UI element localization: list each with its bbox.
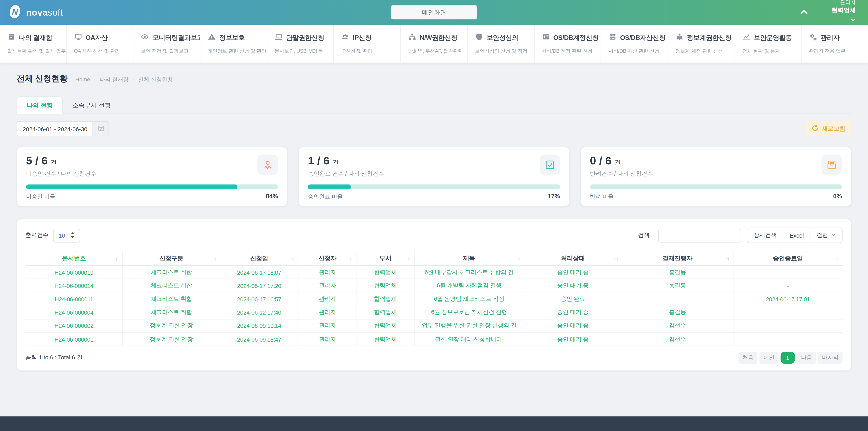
table-row[interactable]: H24-06-000001정보계 권한 연장2024-06-09 18:47관리… [26,333,842,346]
doc-number-link[interactable]: H24-06-000004 [26,306,123,319]
table-cell: 승인 대기 중 [524,266,622,279]
progress-label: 승인완료 비율 [308,193,343,201]
nav-item-desc: 결재현황 확인 및 결재 업무 [7,48,64,55]
nav-item-label: 보안성심의 [487,34,518,42]
table-cell: 정보계 권한 연장 [123,333,220,346]
nav-item-shield[interactable]: 보안성심의보안성심의 신청 및 점검 [467,25,534,63]
table-cell: 2024-06-17 18:07 [220,266,299,279]
refresh-button[interactable]: 새로고침 [805,121,851,136]
collapse-menu-button[interactable] [799,6,809,19]
progress-bar-fill [308,184,351,189]
doc-number-link[interactable]: H24-06-000002 [26,319,123,333]
button-label: 상세검색 [753,232,777,239]
table-cell: 협력업체 [356,266,414,279]
page-button-page-1[interactable]: 1 [781,352,795,364]
nav-item-server[interactable]: OS/DB자산신청서버/DB 자산 관련 신청 [601,25,668,63]
table-cell: 업무 진행을 위한 권한 연장 신청의 건 [414,319,524,333]
warning-icon [208,33,216,43]
table-footer: 출력 1 to 6 : Total 6 건 처음이전1다음마지막 [26,352,842,364]
chart-icon [742,33,750,43]
search-label: 검색 : [638,232,653,239]
tab-my-status[interactable]: 나의 현황 [17,96,63,114]
shield-icon [475,33,483,43]
user-menu[interactable]: 관리자 협력업체 [832,0,856,26]
column-header-3[interactable]: 신청자↑↓ [298,251,356,266]
nav-item-chart[interactable]: 보안운영활동전체 현황 및 통계 [734,25,801,63]
main-screen-button[interactable]: 메인화면 [391,5,477,19]
page-button-prev[interactable]: 이전 [760,352,778,364]
nav-item-label: 모니터링결과보고 [153,34,200,42]
column-header-2[interactable]: 신청일↑↓ [220,251,299,266]
laptop-icon [274,33,283,43]
page-button-last[interactable]: 마지막 [818,352,842,364]
breadcrumb-separator: · [132,77,134,82]
columns-button[interactable]: 컬럼 [810,228,842,243]
excel-button[interactable]: Excel [783,228,810,243]
table-cell: - [733,333,842,346]
advanced-search-button[interactable]: 상세검색 [747,228,783,243]
nav-item-users[interactable]: IP신청IP신청 및 관리 [334,25,400,63]
table-row[interactable]: H24-06-000014체크리스트 취합2024-06-17 17:20관리자… [26,279,842,292]
table-cell: 2024-06-17 16:57 [220,292,299,306]
stat-card-unit: 건 [332,159,339,165]
nav-item-network[interactable]: N/W권한신청방화벽, 무선AP, 접속관련 [400,25,467,63]
table-cell: 협력업체 [356,279,414,292]
breadcrumb-separator: · [94,77,95,82]
nav-item-eye[interactable]: 모니터링결과보고보안 점검 및 결과보고 [133,25,200,63]
breadcrumb-item[interactable]: Home [75,76,90,83]
column-header-4[interactable]: 부서↑↓ [356,251,414,266]
table-row[interactable]: H24-06-000002정보계 권한 연장2024-06-09 19:14관리… [26,319,842,333]
column-header-8[interactable]: 승인종료일↑↓ [733,251,842,266]
table-cell: 관리자 [298,333,356,346]
date-range-input[interactable] [17,121,92,136]
checksquare-icon [539,155,560,175]
page-button-first[interactable]: 처음 [738,352,757,364]
sort-arrows-icon: ↑↓ [115,255,118,261]
table-row[interactable]: H24-06-000011체크리스트 취합2024-06-17 16:57관리자… [26,292,842,306]
brand-logo[interactable]: N novasoft [8,4,63,21]
user-org: 협력업체 [832,6,856,14]
nav-item-idcard[interactable]: OS/DB계정신청서버/DB 계정 관련 신청 [534,25,601,63]
column-header-label: 승인종료일 [773,255,803,261]
nav-item-laptop[interactable]: 단말권한신청문서보안, USB, VDI 등 [267,25,334,63]
page-size-select[interactable]: 10 [53,228,80,242]
nav-item-label: OS/DB자산신청 [620,34,665,42]
table-cell: 6월 운영팀 체크리스트 작성 [414,292,524,306]
table-cell: 승인 대기 중 [524,333,622,346]
table-row[interactable]: H24-06-000004체크리스트 취합2024-06-12 17:40관리자… [26,306,842,319]
users-icon [341,33,349,43]
column-header-1[interactable]: 신청구분↑↓ [123,251,220,266]
nav-item-inbox[interactable]: 나의 결재함결재현황 확인 및 결재 업무 [0,25,66,63]
breadcrumb: Home·나의 결재함·전체 신청현황 [75,75,173,83]
column-header-6[interactable]: 처리상태↑↓ [524,251,622,266]
nav-item-reader[interactable]: 정보계권한신청정보계 계정 관련 신청 [668,25,735,63]
doc-number-link[interactable]: H24-06-000011 [26,292,123,306]
tab-dept-status[interactable]: 소속부서 현황 [63,96,121,114]
table-cell: 협력업체 [356,306,414,319]
doc-number-link[interactable]: H24-06-000014 [26,279,123,292]
column-header-5[interactable]: 제목↑↓ [414,251,524,266]
brand-logo-icon: N [8,4,22,21]
nav-item-monitor[interactable]: OA자산OA 자산 신청 및 관리 [66,25,133,63]
breadcrumb-item[interactable]: 나의 결재함 [99,75,129,83]
table-cell: 2024-06-17 17:20 [220,279,299,292]
doc-number-link[interactable]: H24-06-000019 [26,266,123,279]
table-cell: 협력업체 [356,333,414,346]
doc-number-link[interactable]: H24-06-000001 [26,333,123,346]
page-head: 전체 신청현황 Home·나의 결재함·전체 신청현황 [17,63,851,84]
idcard-icon [542,33,550,43]
table-cell: 체크리스트 취합 [123,306,220,319]
calendar-button[interactable] [93,121,109,136]
table-cell: 관리자 [298,279,356,292]
table-row[interactable]: H24-06-000019체크리스트 취합2024-06-17 18:07관리자… [26,266,842,279]
column-header-7[interactable]: 결재진행자↑↓ [622,251,733,266]
sort-arrows-icon: ↑↓ [349,255,352,261]
nav-item-gears[interactable]: 관리자관리자 전용 업무 [801,25,868,63]
column-header-0[interactable]: 문서번호↑↓ [26,251,123,266]
nav-item-warning[interactable]: 정보보호개인정보 관련 신청 및 관리 [200,25,267,63]
table-cell: 체크리스트 취합 [123,292,220,306]
search-input[interactable] [658,228,741,242]
page-button-next[interactable]: 다음 [797,352,816,364]
column-header-label: 문서번호 [62,255,86,261]
table-cell: - [733,306,842,319]
